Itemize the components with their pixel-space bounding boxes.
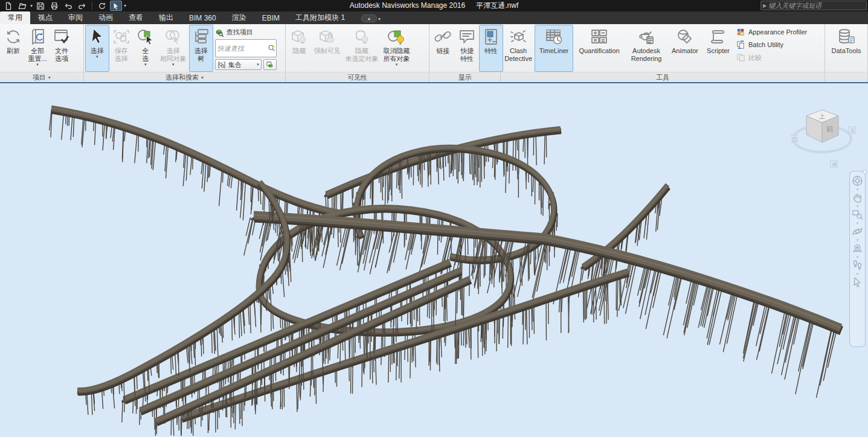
autodesk-rendering-button[interactable]: Autodesk Rendering [625, 25, 667, 72]
dropdown-caret: ▾ [36, 63, 39, 66]
timeliner-button[interactable]: TimeLiner [535, 25, 573, 72]
cursor-icon [88, 27, 107, 46]
tab-animation[interactable]: 动画 [91, 11, 121, 24]
tab-addins[interactable]: 工具附加模块 1 [288, 11, 353, 24]
clash-detective-button[interactable]: Clash Detective [502, 25, 535, 72]
compare-button[interactable]: 比较 [736, 52, 807, 63]
quick-find-box[interactable] [215, 39, 277, 57]
nav-caret[interactable]: ▾ [857, 221, 859, 225]
group-label-display[interactable]: 显示 [429, 72, 500, 82]
require-button[interactable]: 强制可见 [311, 25, 342, 72]
group-tools: Clash Detective TimeLiner Quantification… [501, 24, 825, 82]
full-navigation-wheel-icon[interactable] [852, 175, 863, 187]
group-caret: ▾ [201, 75, 204, 80]
orbit-icon[interactable] [852, 226, 863, 237]
3d-viewport[interactable]: 西 南 东 上 前 ▾ ▾ ▾ ▾ ▾ [0, 83, 868, 437]
quick-properties-button[interactable]: 快捷 特性 [455, 25, 479, 72]
document-name: 平潭互通.nwf [476, 1, 518, 10]
ribbon-collapse-button[interactable]: ▲ [361, 14, 377, 22]
selection-tree-button[interactable]: 选择 树 [189, 25, 213, 72]
tab-view[interactable]: 查看 [121, 11, 151, 24]
properties-button[interactable]: 特性 [479, 25, 503, 72]
group-label-select-search[interactable]: 选择和搜索▾ [84, 72, 286, 82]
tab-home[interactable]: 常用 [0, 11, 30, 24]
viewcube-front-label: 前 [826, 125, 834, 133]
sets-icon [217, 60, 227, 69]
selection-tree-icon [191, 27, 211, 46]
ribbon-tab-bar: 常用 视点 审阅 动画 查看 输出 BIM 360 渲染 EBIM 工具附加模块… [0, 11, 868, 24]
select-dropdown-caret[interactable]: ▾ [124, 3, 126, 8]
hide-unselected-icon [352, 27, 371, 46]
undo-icon[interactable] [62, 1, 74, 11]
tab-ebim[interactable]: EBIM [254, 11, 288, 24]
reset-all-button[interactable]: 全部 重置...▾ [25, 25, 50, 72]
viewcube-cube[interactable]: 上 前 [806, 110, 838, 142]
select-tool-icon[interactable] [110, 1, 122, 11]
select-all-button[interactable]: 全 选▾ [133, 25, 158, 72]
zoom-window-icon[interactable] [852, 209, 863, 220]
open-file-icon[interactable] [16, 1, 28, 11]
group-label-tools[interactable]: 工具 [501, 72, 825, 82]
find-items-button[interactable]: 查找项目 [215, 26, 277, 38]
print-icon[interactable] [48, 1, 60, 11]
select-button[interactable]: 选择▾ [85, 25, 109, 72]
nav-caret[interactable]: ▾ [857, 187, 859, 191]
model-canvas[interactable] [0, 83, 868, 436]
refresh-button[interactable]: 刷新 [1, 25, 25, 72]
clash-detective-icon [509, 27, 528, 46]
links-button[interactable]: 链接 [431, 25, 455, 72]
animator-button[interactable]: Animator [667, 25, 702, 72]
batch-utility-button[interactable]: Batch Utility [736, 39, 807, 50]
datatools-button[interactable]: DataTools [826, 25, 866, 72]
ribbon-display-caret[interactable]: ▾ [378, 16, 381, 22]
viewcube[interactable]: 西 南 东 上 前 [791, 101, 857, 171]
viewcube-east-label: 东 [850, 128, 855, 133]
hide-button[interactable]: 隐藏 [287, 25, 311, 72]
redo-icon[interactable] [76, 1, 88, 11]
help-search-box[interactable]: ▶ [760, 1, 867, 10]
nav-caret[interactable]: ▾ [857, 204, 859, 208]
dropdown-caret: ▾ [144, 63, 147, 66]
tab-viewpoint[interactable]: 视点 [30, 11, 60, 24]
search-expand-icon[interactable]: ▶ [761, 3, 768, 8]
select-cursor-icon[interactable] [852, 276, 863, 288]
hide-unselected-button[interactable]: 隐藏 未选定对象 [342, 25, 381, 72]
quick-find-icon [268, 44, 276, 53]
unhide-all-button[interactable]: 取消隐藏 所有对象▾ [381, 25, 412, 72]
animator-icon [675, 27, 695, 46]
new-file-icon[interactable] [2, 1, 14, 11]
pan-icon[interactable] [852, 192, 863, 203]
open-dropdown-caret[interactable]: ▾ [30, 3, 33, 8]
select-same-button[interactable]: 选择 相同对象▾ [158, 25, 189, 72]
search-input[interactable] [768, 2, 866, 9]
tab-bim360[interactable]: BIM 360 [181, 11, 224, 24]
tab-review[interactable]: 审阅 [60, 11, 91, 24]
appearance-profiler-button[interactable]: Appearance Profiler [736, 27, 807, 37]
nav-caret[interactable]: ▾ [857, 272, 859, 276]
navigation-bar: ▾ ▾ ▾ ▾ ▾ ▾ [849, 171, 866, 347]
tab-render[interactable]: 渲染 [224, 11, 254, 24]
group-label-visibility[interactable]: 可见性 [286, 72, 429, 82]
quick-access-toolbar: ▾ ▾ [0, 0, 126, 11]
require-icon [317, 27, 336, 46]
appearance-profiler-icon [736, 28, 745, 37]
scripter-icon [709, 27, 728, 46]
manage-sets-button[interactable] [263, 59, 277, 70]
refresh-icon[interactable] [96, 1, 108, 11]
sets-dropdown[interactable]: 集合 ▾ [215, 59, 262, 70]
quantification-button[interactable]: Quantification [573, 25, 625, 72]
group-label-project[interactable]: 项目▾ [0, 72, 83, 82]
save-selection-icon [112, 27, 131, 46]
navbar-close-icon[interactable] [863, 170, 867, 174]
save-selection-button[interactable]: 保存 选择 [109, 25, 133, 72]
tab-output[interactable]: 输出 [151, 11, 181, 24]
dropdown-caret: ▾ [396, 63, 398, 66]
nav-caret[interactable]: ▾ [857, 238, 859, 242]
look-around-icon[interactable] [852, 243, 863, 254]
save-icon[interactable] [34, 1, 47, 11]
quick-find-input[interactable] [216, 45, 268, 52]
scripter-button[interactable]: Scripter [702, 25, 734, 72]
file-options-button[interactable]: 文件 选项 [50, 25, 74, 72]
nav-caret[interactable]: ▾ [857, 255, 859, 259]
walk-icon[interactable] [852, 260, 863, 271]
